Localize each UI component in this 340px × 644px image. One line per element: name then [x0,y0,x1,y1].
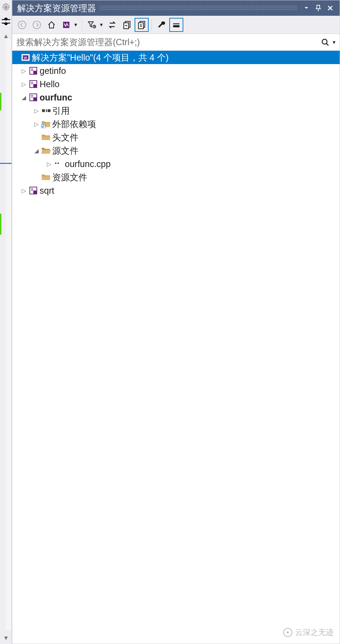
back-button [15,18,29,32]
switch-views-dropdown[interactable]: ▾ [74,21,79,28]
svg-point-3 [33,21,41,29]
scrollbar-track[interactable] [6,39,11,630]
folder-label: 外部依赖项 [52,118,96,130]
folder-label: 资源文件 [52,172,87,183]
project-node-hello[interactable]: ▷ Hello [12,77,340,91]
expander-icon[interactable]: ▷ [20,81,28,88]
dropdown-icon[interactable] [300,2,312,14]
expander-icon[interactable]: ▷ [33,121,40,127]
solution-icon [20,53,31,62]
watermark-text: 云深之无迹 [295,627,334,638]
solution-explorer-panel: 解决方案资源管理器 ▾ ▾ ▾ [12,0,340,644]
folder-label: 头文件 [52,132,79,143]
folder-label: 源文件 [52,145,79,157]
project-node-ourfunc[interactable]: ◢ ourfunc [12,91,340,104]
folder-icon [40,173,52,181]
watermark-icon: ✦ [283,628,292,637]
search-dropdown[interactable]: ▾ [333,39,338,46]
sync-button[interactable] [105,18,119,32]
folder-icon [40,133,52,141]
project-label: ourfunc [39,92,72,103]
svg-rect-15 [33,71,36,74]
project-label: getinfo [39,66,66,76]
project-icon [28,66,39,75]
solution-node[interactable]: 解决方案"Hello"(4 个项目，共 4 个) [12,51,340,64]
svg-point-11 [322,39,327,44]
filter-dropdown[interactable]: ▾ [100,21,104,28]
solution-tree: 解决方案"Hello"(4 个项目，共 4 个) ▷ getinfo ▷ Hel… [12,51,340,644]
toolbar-separator [151,19,152,31]
svg-rect-22 [48,109,50,112]
home-button[interactable] [45,18,59,32]
svg-rect-19 [33,97,36,101]
svg-rect-9 [138,23,143,29]
change-marker [0,214,1,235]
switch-views-button[interactable] [59,18,73,32]
search-bar: ▾ [12,34,340,51]
solution-label: 解决方案"Hello"(4 个项目，共 4 个) [31,52,169,63]
project-label: sqrt [39,186,54,196]
pin-icon[interactable] [312,2,324,14]
show-all-files-button[interactable] [135,18,149,32]
folder-label: 引用 [52,105,70,117]
references-icon [40,109,52,113]
toolbar-separator [82,19,82,31]
split-icon[interactable] [1,18,11,25]
folder-open-icon [40,147,52,154]
panel-title: 解决方案资源管理器 [17,2,96,14]
watermark: ✦ 云深之无迹 [283,627,334,638]
sources-folder-node[interactable]: ◢ 源文件 [12,144,340,157]
project-node-sqrt[interactable]: ▷ sqrt [12,184,340,197]
toolbar: ▾ ▾ [12,16,340,34]
expander-icon[interactable]: ▷ [45,161,53,167]
external-deps-node[interactable]: ▷ 外部依赖项 [12,117,340,131]
pending-changes-filter-button[interactable] [85,18,99,32]
svg-point-0 [5,6,7,8]
svg-rect-17 [33,84,36,87]
svg-rect-25 [33,191,36,194]
scroll-down-icon[interactable]: ▾ [4,633,8,642]
resources-folder-node[interactable]: ▷ 资源文件 [12,171,340,184]
expander-icon[interactable]: ▷ [33,108,40,114]
expander-icon[interactable]: ▷ [20,68,28,74]
file-label: ourfunc.cpp [64,159,111,169]
expander-icon[interactable]: ◢ [20,94,28,101]
panel-titlebar[interactable]: 解决方案资源管理器 [12,0,340,16]
properties-button[interactable] [155,18,169,32]
forward-button [30,18,44,32]
expander-icon[interactable]: ◢ [33,147,40,154]
project-icon [28,79,39,89]
expander-icon[interactable]: ▷ [20,187,28,194]
svg-point-2 [18,21,26,29]
svg-rect-10 [173,25,179,27]
change-marker [0,93,1,110]
collapse-all-button[interactable] [120,18,134,32]
search-icon[interactable] [318,35,333,49]
project-icon [28,93,39,102]
project-node-getinfo[interactable]: ▷ getinfo [12,64,340,77]
project-label: Hello [39,79,60,89]
project-icon [28,186,39,195]
marker-current-line [0,163,12,164]
file-node-ourfunc-cpp[interactable]: ▷ ourfunc.cpp [12,157,340,171]
close-icon[interactable] [324,2,336,14]
search-input[interactable] [16,37,318,47]
editor-gutter: ▴ ▾ [0,0,12,644]
preview-button[interactable] [169,18,183,32]
titlebar-grip[interactable] [100,5,297,11]
gear-icon[interactable] [2,3,10,11]
references-node[interactable]: ▷ 引用 [12,104,340,117]
headers-folder-node[interactable]: ▷ 头文件 [12,131,340,144]
folder-shortcut-icon [40,120,52,128]
svg-rect-21 [46,109,47,112]
svg-rect-20 [42,109,45,112]
cpp-file-icon [53,160,64,167]
